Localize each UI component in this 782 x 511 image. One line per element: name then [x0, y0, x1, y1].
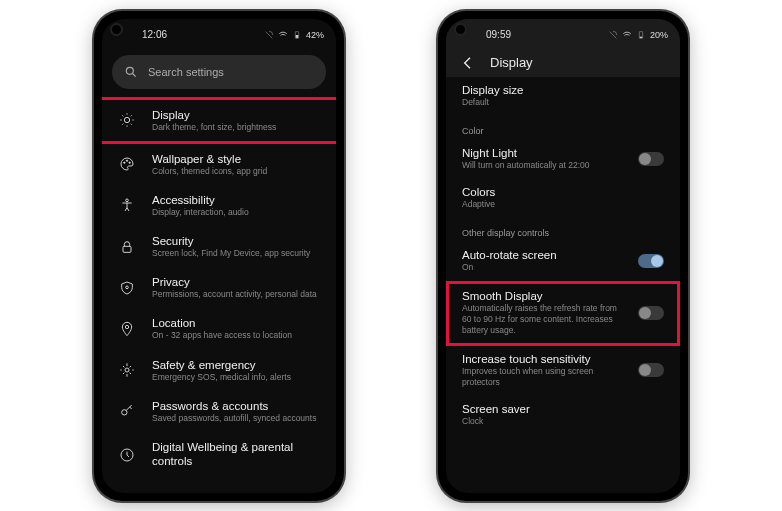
setting-safety[interactable]: Safety & emergency Emergency SOS, medica… — [102, 350, 336, 391]
search-input[interactable]: Search settings — [112, 55, 326, 89]
toggle-touch-sensitivity[interactable] — [638, 363, 664, 377]
camera-cutout — [112, 25, 121, 34]
brightness-icon — [118, 111, 136, 129]
phone-right: 09:59 20% Display Display size Default C… — [438, 11, 688, 501]
status-icons: 20% — [608, 30, 668, 40]
battery-pct: 20% — [650, 30, 668, 40]
battery-pct: 42% — [306, 30, 324, 40]
setting-privacy[interactable]: Privacy Permissions, account activity, p… — [102, 267, 336, 308]
svg-rect-1 — [296, 35, 299, 38]
emergency-icon — [118, 361, 136, 379]
lock-icon — [118, 238, 136, 256]
key-icon — [118, 402, 136, 420]
accessibility-icon — [118, 196, 136, 214]
row-colors[interactable]: Colors Adaptive — [446, 179, 680, 218]
dnd-icon — [608, 30, 618, 40]
svg-point-6 — [126, 160, 127, 161]
palette-icon — [118, 155, 136, 173]
svg-point-2 — [126, 67, 133, 74]
svg-point-7 — [129, 162, 130, 163]
setting-wallpaper[interactable]: Wallpaper & style Colors, themed icons, … — [102, 144, 336, 185]
setting-display[interactable]: Display Dark theme, font size, brightnes… — [102, 97, 336, 144]
settings-list: Display Dark theme, font size, brightnes… — [102, 95, 336, 473]
setting-passwords[interactable]: Passwords & accounts Saved passwords, au… — [102, 391, 336, 432]
location-icon — [118, 320, 136, 338]
wifi-icon — [622, 30, 632, 40]
clock: 09:59 — [486, 29, 511, 40]
svg-line-3 — [133, 73, 136, 76]
svg-point-8 — [126, 199, 129, 202]
svg-point-13 — [122, 410, 127, 415]
phone-left: 12:06 42% Search settings Display Dark t… — [94, 11, 344, 501]
search-icon — [124, 65, 138, 79]
svg-point-11 — [125, 325, 128, 328]
svg-point-10 — [126, 286, 129, 289]
row-night-light[interactable]: Night Light Will turn on automatically a… — [446, 140, 680, 179]
toggle-night-light[interactable] — [638, 152, 664, 166]
setting-security[interactable]: Security Screen lock, Find My Device, ap… — [102, 226, 336, 267]
battery-icon — [292, 30, 302, 40]
setting-accessibility[interactable]: Accessibility Display, interaction, audi… — [102, 185, 336, 226]
page-header: Display — [446, 47, 680, 77]
row-smooth-display[interactable]: Smooth Display Automatically raises the … — [446, 281, 680, 346]
row-auto-rotate[interactable]: Auto-rotate screen On — [446, 242, 680, 281]
search-placeholder: Search settings — [148, 66, 224, 78]
svg-rect-9 — [123, 246, 131, 252]
status-bar: 12:06 42% — [102, 19, 336, 47]
clock: 12:06 — [142, 29, 167, 40]
setting-wellbeing[interactable]: Digital Wellbeing & parental controls — [102, 432, 336, 471]
wellbeing-icon — [118, 446, 136, 464]
section-color: Color — [446, 116, 680, 140]
privacy-icon — [118, 279, 136, 297]
setting-location[interactable]: Location On - 32 apps have access to loc… — [102, 308, 336, 349]
svg-rect-16 — [640, 36, 643, 37]
toggle-auto-rotate[interactable] — [638, 254, 664, 268]
svg-point-5 — [124, 162, 125, 163]
camera-cutout — [456, 25, 465, 34]
row-screen-saver[interactable]: Screen saver Clock — [446, 396, 680, 429]
setting-sub: Dark theme, font size, brightness — [152, 122, 276, 132]
row-touch-sensitivity[interactable]: Increase touch sensitivity Improves touc… — [446, 346, 680, 396]
svg-point-4 — [124, 117, 129, 122]
page-title: Display — [490, 55, 533, 70]
svg-point-12 — [125, 368, 129, 372]
dnd-icon — [264, 30, 274, 40]
back-icon[interactable] — [460, 55, 476, 71]
toggle-smooth-display[interactable] — [638, 306, 664, 320]
section-other: Other display controls — [446, 218, 680, 242]
wifi-icon — [278, 30, 288, 40]
status-bar: 09:59 20% — [446, 19, 680, 47]
battery-icon — [636, 30, 646, 40]
row-display-size[interactable]: Display size Default — [446, 77, 680, 116]
status-icons: 42% — [264, 30, 324, 40]
setting-title: Display — [152, 109, 276, 121]
